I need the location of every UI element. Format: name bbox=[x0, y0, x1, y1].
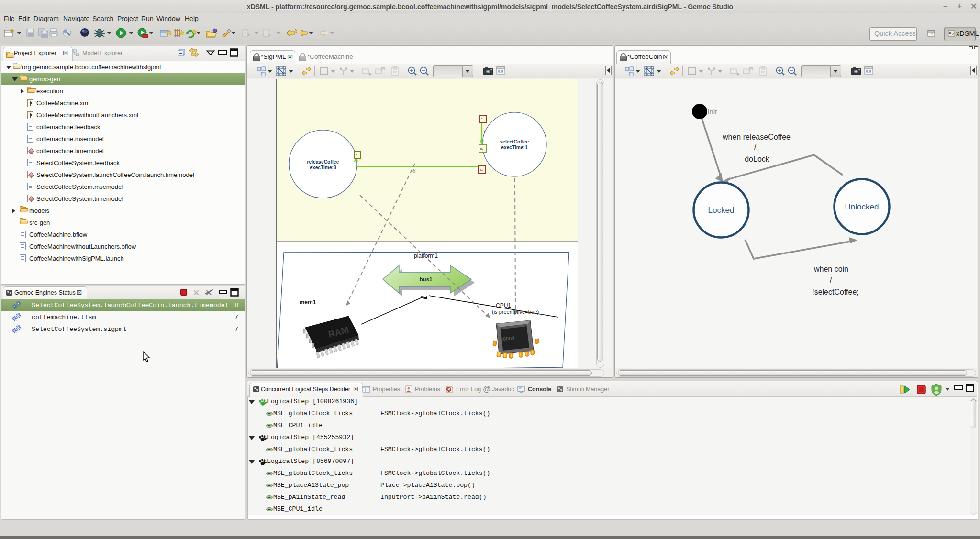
svg-text:platform1: platform1 bbox=[414, 253, 438, 259]
svg-text:/: / bbox=[754, 143, 757, 152]
svg-text:releaseCoffee: releaseCoffee bbox=[307, 159, 339, 165]
svg-text:execTime:3: execTime:3 bbox=[310, 165, 336, 170]
svg-text:(is preemptive=true): (is preemptive=true) bbox=[492, 309, 539, 315]
svg-text:Unlocked: Unlocked bbox=[845, 202, 879, 211]
svg-text:CPU1: CPU1 bbox=[496, 302, 511, 309]
svg-text:Locked: Locked bbox=[708, 206, 735, 215]
svg-text:mem1: mem1 bbox=[300, 299, 316, 306]
svg-text:!selectCoffee;: !selectCoffee; bbox=[812, 288, 859, 296]
svg-text:selectCoffee: selectCoffee bbox=[500, 139, 529, 144]
svg-text:/: / bbox=[830, 276, 832, 285]
svg-text:init: init bbox=[708, 108, 717, 116]
svg-text:when coin: when coin bbox=[813, 265, 848, 273]
svg-text:when releaseCoffee: when releaseCoffee bbox=[722, 133, 791, 141]
svg-text:doLock: doLock bbox=[745, 155, 770, 163]
svg-text:execTime:1: execTime:1 bbox=[501, 145, 528, 150]
svg-text:6: 6 bbox=[412, 167, 416, 174]
svg-text:bus1: bus1 bbox=[420, 276, 433, 282]
